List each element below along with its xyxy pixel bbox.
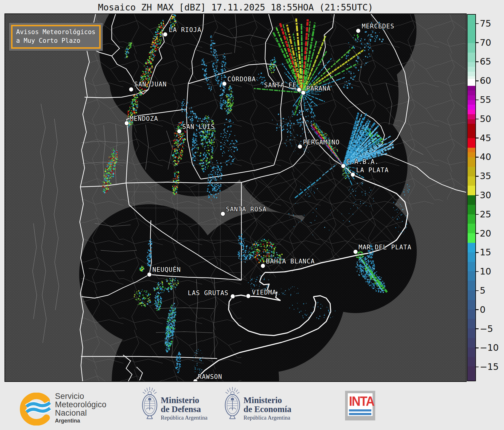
colorbar-tick-mark <box>476 100 479 100</box>
colorbar-tick-label: 55 <box>480 94 491 105</box>
smn-text-line3: Nacional <box>55 409 106 417</box>
city-dot <box>147 272 152 277</box>
footer: Servicio Meteorológico Nacional Argentin… <box>0 384 504 430</box>
city-label: SAN JUAN <box>134 81 167 88</box>
city-dot <box>298 144 302 149</box>
colorbar-tick-mark <box>476 119 479 120</box>
smn-logo-icon <box>19 393 53 426</box>
colorbar-tick-mark <box>476 214 479 215</box>
colorbar-tick-mark <box>476 138 479 138</box>
colorbar-tick-mark <box>476 271 479 272</box>
argentina-coat-of-arms-svg <box>141 386 158 423</box>
defensa-caption: República Argentina <box>161 414 207 421</box>
inta-logo: INTA <box>345 391 375 420</box>
warning-line-2: a Muy Corto Plazo <box>16 36 96 45</box>
city-dot <box>163 32 168 37</box>
defensa-title: Ministerio <box>161 396 207 405</box>
city-dot <box>246 294 251 298</box>
colorbar-tick-mark <box>476 233 479 234</box>
city-dot <box>297 88 301 92</box>
inta-logo-text: INTA <box>349 394 374 409</box>
colorbar-tick-label: 0 <box>480 304 485 315</box>
colorbar-tick-mark <box>476 176 479 177</box>
city-dot <box>129 87 134 92</box>
economia-caption: República Argentina <box>243 414 291 421</box>
city-label: CÓRDOBA <box>227 75 256 83</box>
city-dot <box>193 379 198 382</box>
city-dot <box>222 82 227 86</box>
warning-box-frame: Avisos Meteorológicos a Muy Corto Plazo <box>11 25 101 49</box>
colorbar-tick-mark <box>476 347 479 348</box>
city-dot <box>221 212 225 216</box>
economia-subtitle: de Economía <box>243 405 291 414</box>
map-title: Mosaico ZH MAX [dBZ] 17.11.2025 18:55HOA… <box>4 2 467 13</box>
smn-text-line1: Servicio <box>55 392 106 400</box>
radar-map-svg: LA RIOJAMERCEDESSAN JUANCÓRDOBAMENDOZASA… <box>5 14 467 382</box>
city-label: SANTA ROSA <box>226 206 266 213</box>
economia-title: Ministerio <box>243 396 291 405</box>
city-dot <box>353 250 358 254</box>
smn-text-country: Argentina <box>55 418 106 424</box>
radar-product-page: { "title": "Mosaico ZH MAX [dBZ] 17.11.2… <box>0 0 504 430</box>
colorbar-tick-label: 45 <box>480 133 491 143</box>
colorbar-tick-label: −10 <box>480 342 499 353</box>
colorbar-tick-mark <box>476 42 479 43</box>
smn-wave-1 <box>27 403 50 407</box>
city-label: SANTA FE <box>264 82 297 89</box>
colorbar-tick-label: 15 <box>480 247 491 257</box>
colorbar-tick-label: 65 <box>480 56 491 67</box>
smn-text-line2: Meteorológico <box>55 400 106 409</box>
colorbar-tick-label: 10 <box>480 266 491 277</box>
city-dot <box>341 164 346 168</box>
city-dot <box>261 264 265 268</box>
colorbar-tick-mark <box>476 80 479 81</box>
city-label: PARANÁ <box>306 85 331 92</box>
city-label: LA RIOJA <box>169 26 201 33</box>
colorbar <box>467 14 476 381</box>
colorbar-tick-mark <box>476 290 479 291</box>
colorbar-tick-label: 20 <box>480 228 491 239</box>
city-dot <box>177 129 182 134</box>
city-dot <box>356 29 361 33</box>
city-label: NEUQUÉN <box>152 266 181 273</box>
warning-box: Avisos Meteorológicos a Muy Corto Plazo <box>9 23 103 51</box>
argentina-coat-of-arms-icon <box>224 386 241 424</box>
inta-bar-1 <box>349 409 371 411</box>
colorbar-tick-label: 50 <box>480 114 491 124</box>
city-label: LAS GRUTAS <box>188 289 229 297</box>
colorbar-tick-mark <box>476 328 479 329</box>
city-label: MENDOZA <box>130 115 158 122</box>
colorbar-tick-mark <box>476 61 479 62</box>
argentina-coat-of-arms-svg <box>224 386 241 423</box>
colorbar-tick-label: 25 <box>480 209 491 219</box>
city-label: RAWSON <box>198 373 222 380</box>
inta-bar-2 <box>349 413 371 415</box>
city-label: MERCEDES <box>362 23 394 30</box>
inta-logo-inner: INTA <box>348 393 373 416</box>
city-label: VIEDMA <box>252 289 276 296</box>
colorbar-tick-label: 5 <box>480 285 485 296</box>
radar-map: LA RIOJAMERCEDESSAN JUANCÓRDOBAMENDOZASA… <box>4 13 467 382</box>
colorbar-tick-mark <box>476 367 479 368</box>
colorbar-tick-label: 40 <box>480 152 491 162</box>
colorbar-tick-mark <box>476 309 479 310</box>
colorbar-tick-label: 60 <box>480 75 491 86</box>
city-label: MAR DEL PLATA <box>359 244 411 251</box>
colorbar-tick-label: 35 <box>480 171 491 181</box>
defensa-subtitle: de Defensa <box>161 405 207 414</box>
colorbar-tick-label: −5 <box>480 324 493 334</box>
colorbar-tick-label: 30 <box>480 190 491 200</box>
colorbar-tick-mark <box>476 23 479 24</box>
city-label: SAN LUIS <box>182 123 215 130</box>
warning-line-1: Avisos Meteorológicos <box>16 28 96 36</box>
city-label: C.A.B.A. <box>346 158 379 165</box>
city-label: PERGAMINO <box>303 139 340 146</box>
colorbar-tick-label: −15 <box>480 362 499 372</box>
colorbar-tick-label: 75 <box>480 18 491 29</box>
colorbar-tick-label: 70 <box>480 37 491 48</box>
city-label: LA PLATA <box>356 167 389 174</box>
city-dot <box>125 121 129 126</box>
city-dot <box>301 91 306 95</box>
city-dot <box>351 173 355 177</box>
city-label: BAHÍA BLANCA <box>266 257 315 265</box>
